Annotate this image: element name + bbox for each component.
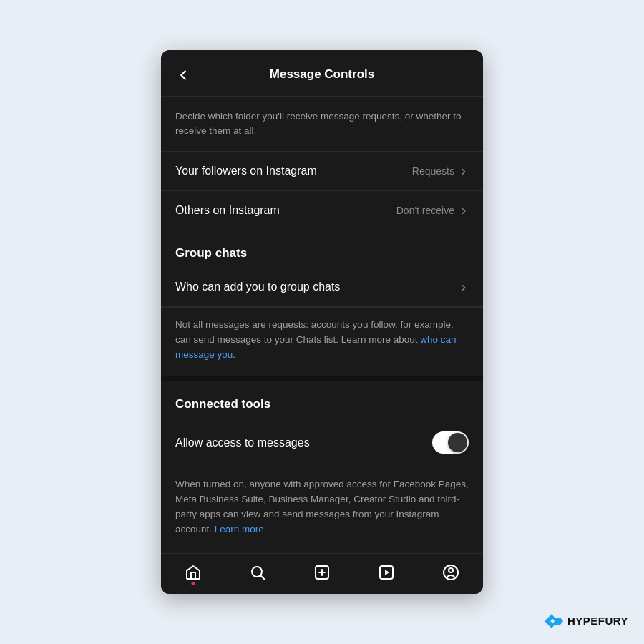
home-icon [185,564,202,581]
access-info-text: When turned on, anyone with approved acc… [161,467,483,553]
group-chats-info: Not all messages are requests: accounts … [161,307,483,376]
others-chevron-icon [459,204,469,217]
svg-marker-10 [552,618,563,625]
svg-marker-6 [385,570,389,575]
allow-access-label: Allow access to messages [175,436,310,449]
phone-frame: Message Controls Decide which folder you… [161,50,483,594]
allow-access-row: Allow access to messages [161,419,483,467]
watermark-brand: HYPEFURY [567,615,628,627]
nav-search[interactable] [240,561,275,584]
bottom-nav [161,553,483,594]
group-chats-chevron-icon [459,280,469,293]
nav-profile[interactable] [434,561,468,584]
group-chats-label: Who can add you to group chats [175,280,340,293]
back-button[interactable] [175,63,197,86]
search-icon [249,564,266,581]
allow-access-toggle[interactable] [432,431,469,454]
watermark: HYPEFURY [545,613,628,628]
toggle-knob [448,433,467,452]
profile-icon [442,564,459,581]
header: Message Controls [161,50,483,97]
reels-icon [378,564,395,581]
followers-chevron-icon [459,165,469,177]
nav-home[interactable] [176,561,210,584]
group-chats-section-title: Group chats [161,230,483,268]
others-right: Don't receive [396,204,469,217]
nav-create[interactable] [305,561,339,584]
description-text: Decide which folder you'll receive messa… [161,97,483,152]
svg-line-1 [261,575,265,580]
followers-value: Requests [412,165,454,177]
create-icon [313,564,331,581]
svg-marker-9 [545,614,555,628]
nav-reels[interactable] [369,561,404,584]
svg-point-8 [449,568,453,572]
followers-row[interactable]: Your followers on Instagram Requests [161,152,483,191]
others-label: Others on Instagram [175,204,280,217]
section-divider [161,376,483,381]
others-value: Don't receive [396,205,454,216]
learn-more-link[interactable]: Learn more [215,524,264,535]
followers-right: Requests [412,165,469,177]
group-chats-row[interactable]: Who can add you to group chats [161,268,483,307]
group-chats-right [459,280,469,293]
others-row[interactable]: Others on Instagram Don't receive [161,191,483,230]
home-notification-dot [192,582,195,585]
connected-tools-section-title: Connected tools [161,381,483,419]
followers-label: Your followers on Instagram [175,165,317,177]
hypefury-logo-icon [545,613,563,628]
page-title: Message Controls [270,67,374,82]
